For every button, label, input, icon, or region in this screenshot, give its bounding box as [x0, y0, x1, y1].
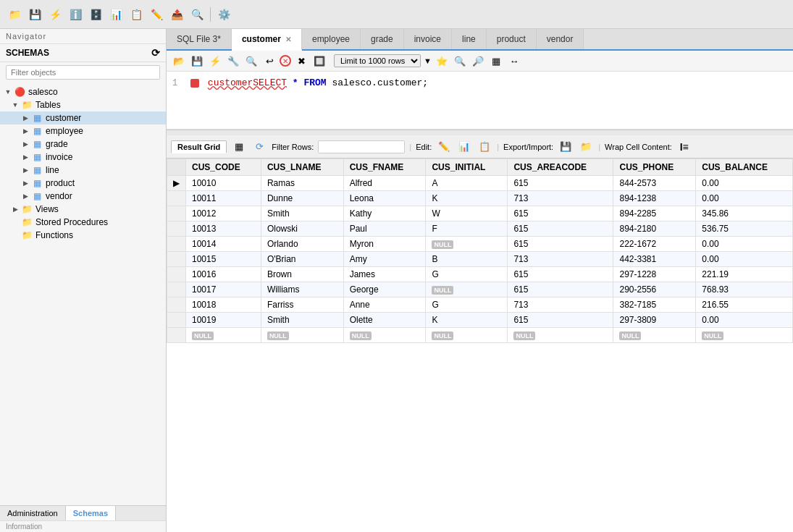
- tree-item-grade[interactable]: ▶ ▦ grade: [0, 138, 166, 151]
- tab-vendor[interactable]: vendor: [537, 29, 584, 49]
- cell-cus_fname[interactable]: Amy: [343, 252, 426, 267]
- tab-line[interactable]: line: [452, 29, 487, 49]
- tab-invoice[interactable]: invoice: [404, 29, 452, 49]
- schemas-toggle-icon[interactable]: ⟳: [151, 47, 160, 59]
- cell-cus_lname[interactable]: Smith: [261, 313, 343, 328]
- tree-item-invoice[interactable]: ▶ ▦ invoice: [0, 151, 166, 164]
- filter-rows-input[interactable]: [318, 140, 405, 153]
- cell-cus_lname[interactable]: Williams: [261, 282, 343, 297]
- cell-cus_lname[interactable]: Ramas: [261, 176, 343, 191]
- cell-cus_lname[interactable]: Brown: [261, 267, 343, 282]
- table-row[interactable]: 10018FarrissAnneG713382-7185216.55: [167, 297, 793, 313]
- cell-cus_initial[interactable]: G: [426, 267, 508, 282]
- cell-cus_phone[interactable]: 382-7185: [613, 297, 696, 313]
- cell-cus_initial[interactable]: W: [426, 206, 508, 221]
- tab-employee[interactable]: employee: [302, 29, 361, 49]
- cell-cus_fname[interactable]: George: [343, 282, 426, 297]
- tab-administration[interactable]: Administration: [0, 506, 66, 520]
- open-icon[interactable]: 📁: [6, 6, 23, 23]
- cell-cus_fname[interactable]: Anne: [343, 297, 426, 313]
- tab-customer[interactable]: customer ✕: [232, 29, 302, 51]
- cell-cus_areacode[interactable]: 615: [508, 282, 613, 297]
- wrap-icon[interactable]: I≡: [676, 139, 692, 155]
- query-editor[interactable]: 1 customerSELECT * FROM salesco.customer…: [167, 72, 793, 130]
- cell-cus_fname[interactable]: NULL: [343, 328, 426, 343]
- cell-cus_phone[interactable]: 894-1238: [613, 191, 696, 206]
- cell-cus_lname[interactable]: O'Brian: [261, 252, 343, 267]
- data-grid[interactable]: CUS_CODE CUS_LNAME CUS_FNAME CUS_INITIAL…: [167, 159, 793, 532]
- table-row[interactable]: 10011DunneLeonaK713894-12380.00: [167, 191, 793, 206]
- cell-cus_balance[interactable]: 536.75: [696, 221, 793, 237]
- cell-cus_areacode[interactable]: 615: [508, 267, 613, 282]
- save-query-icon[interactable]: 💾: [189, 53, 205, 69]
- cell-cus_balance[interactable]: 0.00: [696, 191, 793, 206]
- cell-cus_fname[interactable]: Kathy: [343, 206, 426, 221]
- table-row[interactable]: 10014OrlandoMyronNULL615222-16720.00: [167, 237, 793, 252]
- tab-sqlfile3[interactable]: SQL File 3*: [167, 29, 232, 49]
- tab-schemas[interactable]: Schemas: [66, 506, 116, 520]
- grid-view-icon[interactable]: ▦: [231, 139, 247, 155]
- result-grid-button[interactable]: Result Grid: [171, 140, 227, 153]
- tree-item-employee[interactable]: ▶ ▦ employee: [0, 124, 166, 138]
- cell-cus_balance[interactable]: 221.19: [696, 267, 793, 282]
- cell-cus_phone[interactable]: 297-3809: [613, 313, 696, 328]
- settings-icon[interactable]: ⚙️: [215, 6, 232, 23]
- tree-item-views[interactable]: ▶ 📁 Views: [0, 203, 166, 216]
- cell-cus_initial[interactable]: A: [426, 176, 508, 191]
- stop-icon[interactable]: ✕: [280, 55, 291, 67]
- table-row[interactable]: NULLNULLNULLNULLNULLNULLNULL: [167, 328, 793, 343]
- cell-cus_phone[interactable]: NULL: [613, 328, 696, 343]
- cell-cus_initial[interactable]: K: [426, 191, 508, 206]
- cell-cus_balance[interactable]: 768.93: [696, 282, 793, 297]
- cell-cus_fname[interactable]: Olette: [343, 313, 426, 328]
- tree-item-stored-procedures[interactable]: 📁 Stored Procedures: [0, 216, 166, 229]
- cell-cus_areacode[interactable]: 713: [508, 252, 613, 267]
- cell-cus_areacode[interactable]: 615: [508, 237, 613, 252]
- query-icon[interactable]: 🔍: [188, 6, 206, 23]
- cell-cus_areacode[interactable]: 713: [508, 297, 613, 313]
- magnify-icon[interactable]: 🔍: [243, 53, 259, 69]
- cell-cus_balance[interactable]: 216.55: [696, 297, 793, 313]
- cell-cus_phone[interactable]: 442-3381: [613, 252, 696, 267]
- cell-cus_lname[interactable]: Olowski: [261, 221, 343, 237]
- cell-cus_areacode[interactable]: 713: [508, 191, 613, 206]
- export-save-icon[interactable]: 💾: [558, 139, 574, 155]
- table2-icon[interactable]: 📋: [127, 6, 145, 23]
- cell-cus_areacode[interactable]: NULL: [508, 328, 613, 343]
- tree-item-vendor[interactable]: ▶ ▦ vendor: [0, 190, 166, 203]
- cell-cus_initial[interactable]: G: [426, 297, 508, 313]
- cell-cus_lname[interactable]: Orlando: [261, 237, 343, 252]
- cell-cus_areacode[interactable]: 615: [508, 206, 613, 221]
- cell-cus_fname[interactable]: Paul: [343, 221, 426, 237]
- filter-objects-input[interactable]: [6, 65, 160, 80]
- edit-form-icon[interactable]: 📋: [477, 139, 492, 155]
- tree-item-functions[interactable]: 📁 Functions: [0, 229, 166, 242]
- export-icon[interactable]: 📤: [168, 6, 185, 23]
- cell-cus_fname[interactable]: James: [343, 267, 426, 282]
- tab-grade[interactable]: grade: [361, 29, 404, 49]
- run-icon[interactable]: ⚡: [46, 6, 64, 23]
- cell-cus_code[interactable]: 10015: [186, 252, 261, 267]
- filter-icon[interactable]: 🔍: [452, 53, 468, 69]
- cell-cus_balance[interactable]: 0.00: [696, 313, 793, 328]
- info-icon[interactable]: ℹ️: [67, 6, 84, 23]
- cell-cus_balance[interactable]: NULL: [696, 328, 793, 343]
- cell-cus_phone[interactable]: 894-2285: [613, 206, 696, 221]
- save-icon[interactable]: 💾: [26, 6, 43, 23]
- tree-item-customer[interactable]: ▶ ▦ customer: [0, 111, 166, 124]
- horizontal-scrollbar[interactable]: [167, 130, 793, 135]
- zoom-icon[interactable]: 🔎: [470, 53, 486, 69]
- cell-cus_areacode[interactable]: 615: [508, 221, 613, 237]
- cell-cus_lname[interactable]: Farriss: [261, 297, 343, 313]
- cell-cus_phone[interactable]: 894-2180: [613, 221, 696, 237]
- toggle-icon[interactable]: 🔲: [311, 53, 327, 69]
- table-row[interactable]: 10013OlowskiPaulF615894-2180536.75: [167, 221, 793, 237]
- cell-cus_lname[interactable]: Smith: [261, 206, 343, 221]
- cell-cus_initial[interactable]: F: [426, 221, 508, 237]
- table-icon[interactable]: 📊: [107, 6, 125, 23]
- cell-cus_fname[interactable]: Alfred: [343, 176, 426, 191]
- edit-icon[interactable]: ✏️: [148, 6, 165, 23]
- cell-cus_code[interactable]: 10016: [186, 267, 261, 282]
- cell-cus_code[interactable]: 10013: [186, 221, 261, 237]
- export2-icon[interactable]: ↔: [506, 53, 522, 69]
